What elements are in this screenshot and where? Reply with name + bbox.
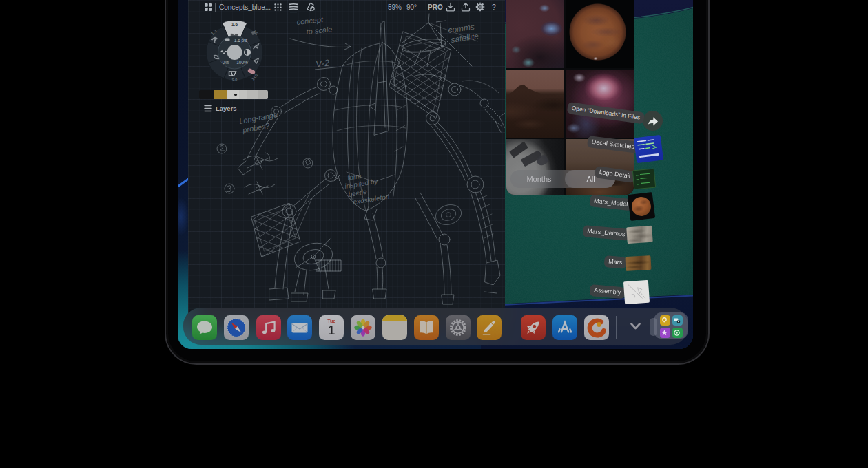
svg-text:1.6 pts: 1.6 pts: [234, 38, 248, 43]
svg-text:100%: 100%: [236, 60, 248, 65]
svg-text:6.8: 6.8: [232, 77, 238, 81]
svg-text:to scale: to scale: [306, 25, 333, 36]
svg-text:1.6: 1.6: [231, 22, 238, 27]
svg-text:0%: 0%: [223, 60, 229, 65]
svg-text:concept: concept: [296, 15, 324, 26]
svg-text:V-2: V-2: [315, 57, 330, 70]
